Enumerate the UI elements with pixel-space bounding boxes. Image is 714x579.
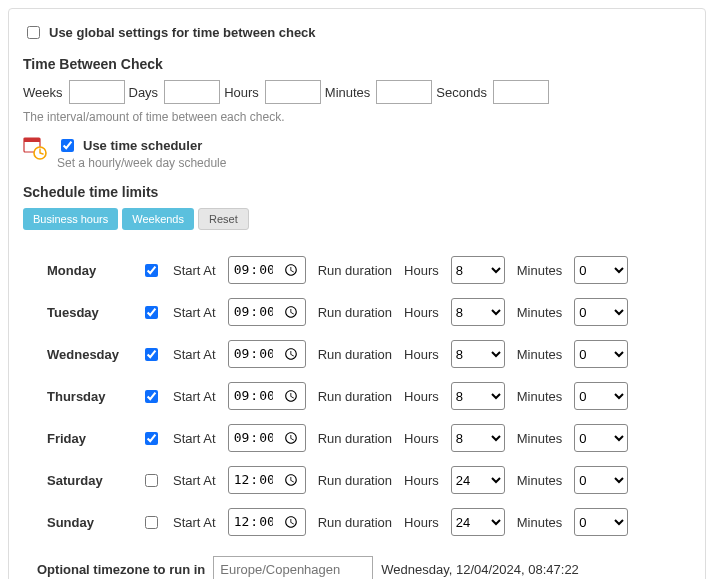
day-enabled-checkbox[interactable]: [145, 474, 158, 487]
minutes-label: Minutes: [325, 85, 371, 100]
minutes-col-label: Minutes: [511, 466, 569, 494]
table-row: SundayStart AtRun durationHours24Minutes…: [41, 508, 634, 536]
start-time-input[interactable]: [228, 466, 306, 494]
day-enabled-checkbox[interactable]: [145, 516, 158, 529]
day-label: Thursday: [41, 382, 135, 410]
start-at-label: Start At: [167, 340, 222, 368]
start-at-label: Start At: [167, 424, 222, 452]
preset-buttons: Business hours Weekends Reset: [23, 208, 691, 230]
run-duration-label: Run duration: [312, 466, 398, 494]
duration-minutes-select[interactable]: 0: [574, 298, 628, 326]
weeks-label: Weeks: [23, 85, 63, 100]
run-duration-label: Run duration: [312, 340, 398, 368]
hours-col-label: Hours: [398, 508, 445, 536]
hours-col-label: Hours: [398, 382, 445, 410]
hours-input[interactable]: [265, 80, 321, 104]
start-time-input[interactable]: [228, 256, 306, 284]
duration-hours-select[interactable]: 8: [451, 256, 505, 284]
timezone-label: Optional timezone to run in: [37, 562, 205, 577]
reset-button[interactable]: Reset: [198, 208, 249, 230]
table-row: FridayStart AtRun durationHours8Minutes0: [41, 424, 634, 452]
table-row: ThursdayStart AtRun durationHours8Minute…: [41, 382, 634, 410]
duration-hours-select[interactable]: 8: [451, 424, 505, 452]
day-label: Monday: [41, 256, 135, 284]
days-input[interactable]: [164, 80, 220, 104]
timezone-row: Optional timezone to run in Wednesday, 1…: [37, 556, 691, 579]
weeks-input[interactable]: [69, 80, 125, 104]
minutes-col-label: Minutes: [511, 298, 569, 326]
schedule-table: MondayStart AtRun durationHours8Minutes0…: [41, 242, 634, 550]
run-duration-label: Run duration: [312, 256, 398, 284]
interval-row: Weeks Days Hours Minutes Seconds: [23, 80, 691, 104]
timezone-input[interactable]: [213, 556, 373, 579]
duration-minutes-select[interactable]: 0: [574, 382, 628, 410]
days-label: Days: [129, 85, 159, 100]
svg-rect-1: [24, 138, 40, 142]
schedule-limits-title: Schedule time limits: [23, 184, 691, 200]
minutes-col-label: Minutes: [511, 256, 569, 284]
start-at-label: Start At: [167, 256, 222, 284]
day-label: Tuesday: [41, 298, 135, 326]
start-at-label: Start At: [167, 382, 222, 410]
minutes-col-label: Minutes: [511, 340, 569, 368]
duration-minutes-select[interactable]: 0: [574, 256, 628, 284]
use-scheduler-row: Use time scheduler Set a hourly/week day…: [23, 136, 691, 170]
day-enabled-checkbox[interactable]: [145, 264, 158, 277]
minutes-input[interactable]: [376, 80, 432, 104]
hours-col-label: Hours: [398, 424, 445, 452]
start-time-input[interactable]: [228, 340, 306, 368]
start-at-label: Start At: [167, 298, 222, 326]
minutes-col-label: Minutes: [511, 508, 569, 536]
duration-minutes-select[interactable]: 0: [574, 466, 628, 494]
hours-label: Hours: [224, 85, 259, 100]
day-enabled-checkbox[interactable]: [145, 306, 158, 319]
day-enabled-checkbox[interactable]: [145, 390, 158, 403]
business-hours-button[interactable]: Business hours: [23, 208, 118, 230]
settings-panel: Use global settings for time between che…: [8, 8, 706, 579]
current-time: Wednesday, 12/04/2024, 08:47:22: [381, 562, 579, 577]
duration-minutes-select[interactable]: 0: [574, 424, 628, 452]
start-at-label: Start At: [167, 508, 222, 536]
day-enabled-checkbox[interactable]: [145, 432, 158, 445]
duration-minutes-select[interactable]: 0: [574, 340, 628, 368]
run-duration-label: Run duration: [312, 508, 398, 536]
use-global-checkbox[interactable]: [27, 26, 40, 39]
hours-col-label: Hours: [398, 340, 445, 368]
hours-col-label: Hours: [398, 298, 445, 326]
start-time-input[interactable]: [228, 298, 306, 326]
calendar-clock-icon: [23, 136, 47, 160]
duration-hours-select[interactable]: 24: [451, 508, 505, 536]
use-scheduler-checkbox[interactable]: [61, 139, 74, 152]
interval-hint: The interval/amount of time between each…: [23, 110, 691, 124]
duration-hours-select[interactable]: 8: [451, 382, 505, 410]
day-enabled-checkbox[interactable]: [145, 348, 158, 361]
day-label: Sunday: [41, 508, 135, 536]
day-label: Friday: [41, 424, 135, 452]
minutes-col-label: Minutes: [511, 424, 569, 452]
table-row: TuesdayStart AtRun durationHours8Minutes…: [41, 298, 634, 326]
day-label: Saturday: [41, 466, 135, 494]
duration-minutes-select[interactable]: 0: [574, 508, 628, 536]
weekends-button[interactable]: Weekends: [122, 208, 194, 230]
table-row: MondayStart AtRun durationHours8Minutes0: [41, 256, 634, 284]
use-scheduler-label[interactable]: Use time scheduler: [83, 138, 202, 153]
seconds-label: Seconds: [436, 85, 487, 100]
seconds-input[interactable]: [493, 80, 549, 104]
duration-hours-select[interactable]: 8: [451, 298, 505, 326]
use-global-label[interactable]: Use global settings for time between che…: [49, 25, 316, 40]
hours-col-label: Hours: [398, 256, 445, 284]
duration-hours-select[interactable]: 8: [451, 340, 505, 368]
table-row: SaturdayStart AtRun durationHours24Minut…: [41, 466, 634, 494]
time-between-title: Time Between Check: [23, 56, 691, 72]
run-duration-label: Run duration: [312, 298, 398, 326]
hours-col-label: Hours: [398, 466, 445, 494]
start-time-input[interactable]: [228, 424, 306, 452]
start-time-input[interactable]: [228, 382, 306, 410]
duration-hours-select[interactable]: 24: [451, 466, 505, 494]
run-duration-label: Run duration: [312, 424, 398, 452]
run-duration-label: Run duration: [312, 382, 398, 410]
day-label: Wednesday: [41, 340, 135, 368]
minutes-col-label: Minutes: [511, 382, 569, 410]
table-row: WednesdayStart AtRun durationHours8Minut…: [41, 340, 634, 368]
start-time-input[interactable]: [228, 508, 306, 536]
